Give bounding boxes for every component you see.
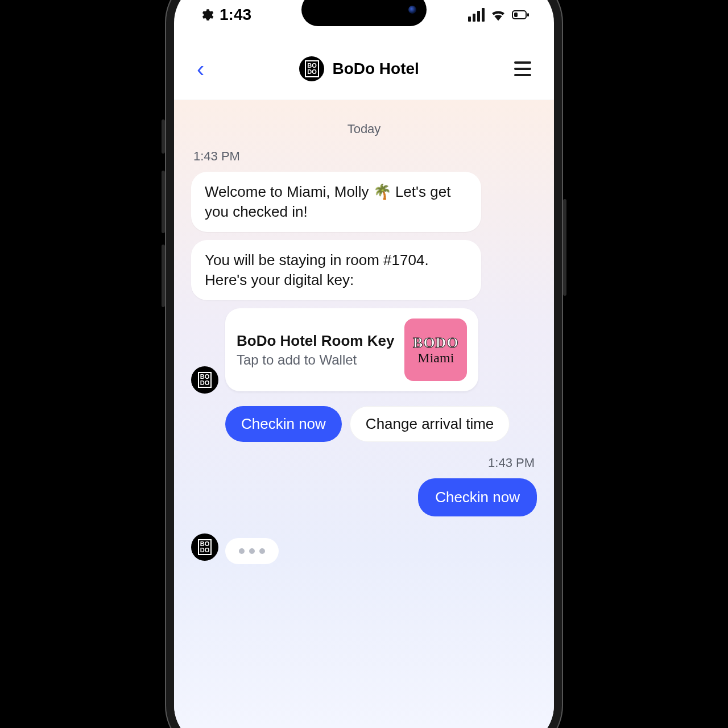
message-timestamp: 1:43 PM xyxy=(193,456,535,470)
day-separator: Today xyxy=(191,122,537,136)
nav-title: BoDo Hotel xyxy=(332,60,419,78)
wifi-icon xyxy=(490,9,506,21)
nav-bar: ‹ BODO BoDo Hotel xyxy=(174,38,554,100)
sender-avatar: BODO xyxy=(191,533,218,561)
key-brand-label: BODO xyxy=(413,334,459,351)
screen: 1:43 ‹ BODO BoDo Hotel Today 1:43 PM Wel… xyxy=(174,0,554,728)
svg-rect-1 xyxy=(527,13,529,16)
battery-icon xyxy=(512,10,529,20)
phone-frame: 1:43 ‹ BODO BoDo Hotel Today 1:43 PM Wel… xyxy=(165,0,563,728)
sender-avatar: BODO xyxy=(191,366,218,394)
incoming-message: You will be staying in room #1704. Here'… xyxy=(191,240,481,300)
menu-button[interactable] xyxy=(514,61,531,76)
camera-icon xyxy=(408,6,416,14)
hotel-logo-icon: BODO xyxy=(299,56,324,81)
change-arrival-button[interactable]: Change arrival time xyxy=(350,406,510,442)
room-key-card[interactable]: BoDo Hotel Room Key Tap to add to Wallet… xyxy=(225,308,478,391)
card-title: BoDo Hotel Room Key xyxy=(237,332,394,350)
cellular-signal-icon xyxy=(468,8,485,22)
typing-indicator xyxy=(225,538,279,564)
svg-rect-2 xyxy=(514,13,518,17)
settings-gear-icon xyxy=(199,7,214,22)
chat-area[interactable]: Today 1:43 PM Welcome to Miami, Molly 🌴 … xyxy=(174,100,554,728)
mute-switch xyxy=(162,119,165,154)
back-button[interactable]: ‹ xyxy=(197,57,204,80)
checkin-now-button[interactable]: Checkin now xyxy=(225,406,342,442)
power-button xyxy=(563,199,566,296)
key-location-label: Miami xyxy=(417,350,454,366)
dynamic-island xyxy=(301,0,427,26)
incoming-message: Welcome to Miami, Molly 🌴 Let's get you … xyxy=(191,172,481,232)
volume-down-button xyxy=(162,245,165,307)
card-subtitle: Tap to add to Wallet xyxy=(237,352,394,368)
status-time: 1:43 xyxy=(220,6,251,24)
quick-reply-row: Checkin now Change arrival time xyxy=(225,406,537,442)
volume-up-button xyxy=(162,171,165,233)
room-key-thumbnail: BODO Miami xyxy=(404,318,467,381)
message-timestamp: 1:43 PM xyxy=(193,149,537,164)
outgoing-message: Checkin now xyxy=(418,478,537,516)
